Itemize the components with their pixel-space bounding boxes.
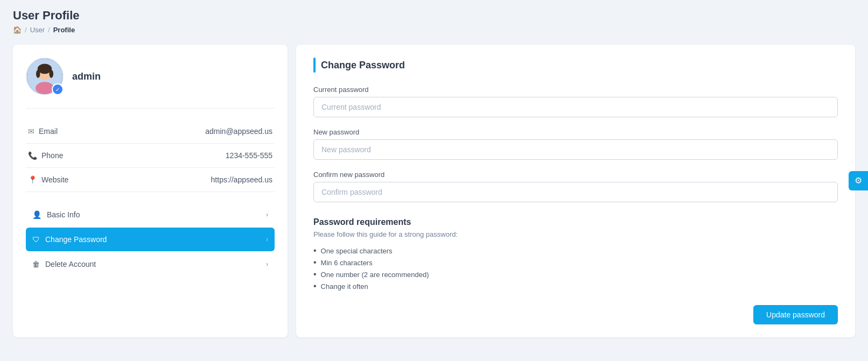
info-label: 📍 Website — [28, 175, 120, 184]
chevron-right-icon: › — [266, 211, 268, 218]
info-table: ✉ Email admin@appseed.us 📞 Phone 1234-55… — [26, 119, 275, 192]
breadcrumb-separator-1: / — [25, 26, 27, 34]
info-value: https://appseed.us — [122, 168, 275, 192]
nav-item-left: 🗑 Delete Account — [32, 260, 96, 268]
confirm-password-label: Confirm new password — [313, 171, 838, 179]
nav-item-left: 👤 Basic Info — [32, 210, 80, 219]
svg-point-5 — [49, 70, 53, 78]
table-row: ✉ Email admin@appseed.us — [26, 119, 275, 144]
nav-item-label: Delete Account — [45, 260, 96, 268]
password-requirements: Password requirements Please follow this… — [313, 217, 838, 292]
nav-item-label: Basic Info — [47, 210, 80, 219]
update-password-button[interactable]: Update password — [753, 305, 838, 324]
sidebar-item-delete-account[interactable]: 🗑 Delete Account › — [26, 252, 275, 276]
info-icon: 📍 — [28, 175, 37, 184]
current-password-label: Current password — [313, 86, 838, 94]
req-list: One special charactersMin 6 charactersOn… — [313, 245, 838, 292]
sidebar-item-basic-info[interactable]: 👤 Basic Info › — [26, 203, 275, 226]
nav-item-label: Change Password — [45, 235, 107, 244]
breadcrumb: 🏠 / User / Profile — [13, 26, 855, 34]
confirm-password-group: Confirm new password — [313, 171, 838, 202]
chevron-right-icon: › — [266, 236, 268, 243]
new-password-input[interactable] — [313, 139, 838, 160]
avatar-wrapper: ✓ — [26, 58, 64, 95]
info-label: ✉ Email — [28, 127, 120, 136]
nav-icon: 🛡 — [32, 235, 40, 244]
req-subtitle: Please follow this guide for a strong pa… — [313, 230, 838, 238]
section-header: Change Password — [313, 58, 838, 73]
profile-name: admin — [72, 71, 101, 82]
floating-settings-button[interactable]: ⚙ — [849, 171, 868, 190]
new-password-label: New password — [313, 128, 838, 136]
info-label-text: Website — [41, 175, 68, 184]
chevron-right-icon: › — [266, 260, 268, 268]
page-title: User Profile — [13, 9, 855, 23]
section-accent-bar — [313, 58, 316, 73]
nav-item-left: 🛡 Change Password — [32, 235, 107, 244]
svg-point-4 — [36, 70, 40, 78]
breadcrumb-separator-2: / — [48, 26, 50, 34]
list-item: One special characters — [313, 245, 838, 257]
new-password-group: New password — [313, 128, 838, 160]
sidebar-item-change-password[interactable]: 🛡 Change Password › — [26, 228, 275, 251]
info-label-text: Phone — [41, 151, 63, 160]
req-title: Password requirements — [313, 217, 838, 227]
nav-icon: 🗑 — [32, 260, 40, 268]
right-panel: Change Password Current password New pas… — [296, 45, 855, 337]
verified-badge: ✓ — [52, 83, 64, 95]
profile-header: ✓ admin — [26, 58, 275, 109]
list-item: Min 6 characters — [313, 257, 838, 268]
breadcrumb-profile: Profile — [53, 26, 75, 34]
nav-menu: 👤 Basic Info › 🛡 Change Password › 🗑 Del… — [26, 203, 275, 276]
current-password-group: Current password — [313, 86, 838, 117]
list-item: Change it often — [313, 280, 838, 292]
left-panel: ✓ admin ✉ Email admin@appseed.us 📞 Phone — [13, 45, 288, 337]
info-value: admin@appseed.us — [122, 119, 275, 144]
update-btn-wrapper: Update password — [313, 305, 838, 324]
breadcrumb-home-icon: 🏠 — [13, 26, 22, 34]
confirm-password-input[interactable] — [313, 182, 838, 202]
table-row: 📍 Website https://appseed.us — [26, 168, 275, 192]
info-label-text: Email — [39, 127, 58, 136]
info-value: 1234-555-555 — [122, 144, 275, 168]
breadcrumb-user: User — [30, 26, 45, 34]
svg-point-1 — [36, 82, 54, 94]
info-icon: 📞 — [28, 151, 37, 160]
list-item: One number (2 are recommended) — [313, 268, 838, 280]
info-icon: ✉ — [28, 127, 34, 136]
table-row: 📞 Phone 1234-555-555 — [26, 144, 275, 168]
nav-icon: 👤 — [32, 210, 41, 219]
current-password-input[interactable] — [313, 97, 838, 117]
section-title: Change Password — [321, 60, 405, 71]
info-label: 📞 Phone — [28, 151, 120, 160]
